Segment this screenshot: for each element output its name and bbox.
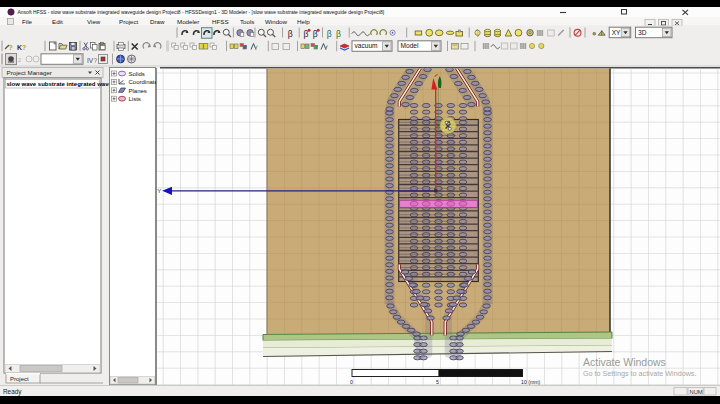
svg-text:β: β bbox=[327, 29, 332, 39]
svg-text:Ansoft HFSS - slow wave subs: Ansoft HFSS - slow wave substrate integr… bbox=[18, 9, 385, 15]
svg-text:?: ? bbox=[9, 44, 13, 51]
svg-text:File: File bbox=[22, 18, 33, 25]
svg-text:0: 0 bbox=[350, 379, 353, 385]
svg-text:Tools: Tools bbox=[240, 18, 254, 25]
svg-text:Y: Y bbox=[157, 188, 161, 194]
svg-text:β: β bbox=[288, 29, 293, 39]
svg-text:slow wave substrate integrated: slow wave substrate integrated wave bbox=[7, 81, 113, 87]
svg-text:Model: Model bbox=[401, 42, 419, 49]
svg-text:NUM: NUM bbox=[690, 389, 703, 395]
svg-text:3D: 3D bbox=[638, 29, 647, 36]
svg-text:Project: Project bbox=[10, 376, 29, 382]
svg-text:Draw: Draw bbox=[150, 18, 165, 25]
svg-text:?: ? bbox=[244, 44, 247, 50]
svg-text:Modeler: Modeler bbox=[177, 18, 199, 25]
svg-text:?: ? bbox=[94, 57, 98, 64]
svg-text:vacuum: vacuum bbox=[355, 42, 379, 49]
svg-text:Solids: Solids bbox=[129, 71, 145, 77]
svg-text:Help: Help bbox=[297, 18, 310, 25]
svg-text:10 (mm): 10 (mm) bbox=[521, 379, 541, 385]
svg-text:XY: XY bbox=[612, 29, 621, 36]
svg-text:HFSS: HFSS bbox=[212, 18, 229, 25]
svg-text:Window: Window bbox=[265, 18, 288, 25]
svg-text:β: β bbox=[336, 29, 341, 39]
svg-text:Project Manager: Project Manager bbox=[7, 69, 52, 76]
svg-text:Coordinate: Coordinate bbox=[129, 79, 159, 85]
svg-text:Edit: Edit bbox=[52, 18, 63, 25]
svg-text:Ready: Ready bbox=[3, 388, 22, 396]
svg-text:Activate Windows: Activate Windows bbox=[583, 356, 666, 368]
svg-text:?: ? bbox=[22, 44, 26, 51]
svg-text:Planes: Planes bbox=[129, 88, 147, 94]
svg-text:5: 5 bbox=[436, 379, 439, 385]
svg-text:Project: Project bbox=[119, 18, 139, 25]
svg-text:Lists: Lists bbox=[129, 96, 141, 102]
svg-text:View: View bbox=[87, 18, 101, 25]
svg-text:?: ? bbox=[315, 44, 318, 50]
svg-text:Go to Settings to activate Win: Go to Settings to activate Windows. bbox=[583, 369, 696, 378]
